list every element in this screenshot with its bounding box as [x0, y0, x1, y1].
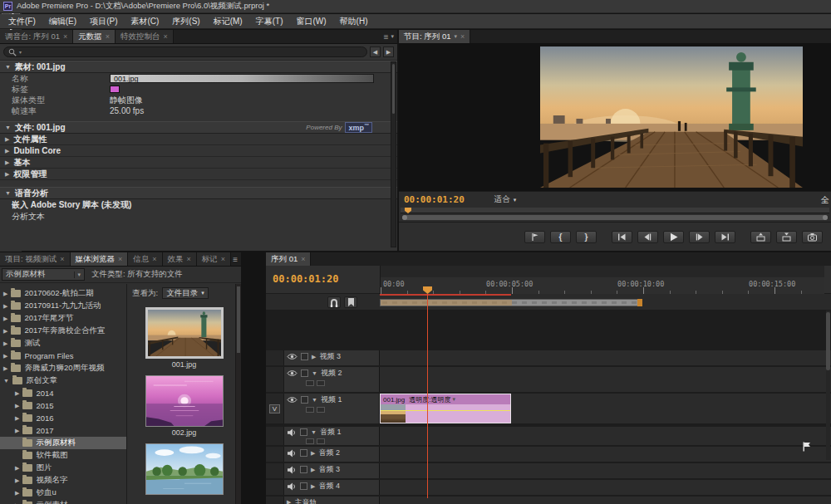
triangle-right-icon[interactable]: ▶: [3, 340, 7, 347]
triangle-down-icon[interactable]: ▼: [3, 378, 9, 384]
close-icon[interactable]: ×: [187, 255, 191, 263]
metadata-search-input[interactable]: ▾: [3, 46, 367, 57]
chevron-down-icon[interactable]: ▾: [391, 33, 394, 40]
track-lock-toggle[interactable]: [300, 466, 307, 473]
file-type-filter[interactable]: 文件类型: 所有支持的文件: [91, 269, 183, 280]
track-lock-toggle[interactable]: [300, 428, 307, 436]
track-content[interactable]: [380, 367, 831, 392]
tab[interactable]: 项目: 视频测试×: [0, 252, 71, 266]
view-as-dropdown[interactable]: 文件目录▾: [162, 287, 209, 299]
triangle-right-icon[interactable]: ▶: [3, 316, 7, 322]
triangle-right-icon[interactable]: ▶: [3, 291, 7, 297]
export-frame-button[interactable]: [802, 231, 823, 243]
track-content[interactable]: [380, 463, 831, 478]
search-next-button[interactable]: ▶: [383, 46, 394, 57]
triangle-right-icon[interactable]: ▶: [15, 490, 19, 497]
track-lock-toggle[interactable]: [301, 369, 308, 377]
track-content[interactable]: [380, 447, 831, 462]
mark-out-button[interactable]: }: [576, 231, 597, 243]
track-display-style-button[interactable]: [306, 380, 314, 386]
timeline-ruler[interactable]: 00:0000:00:05:0000:00:10:0000:00:15:00: [380, 266, 824, 294]
project-scrollbar[interactable]: [235, 284, 241, 504]
expand-track-icon[interactable]: ▶: [311, 467, 315, 473]
tree-item[interactable]: ▼原创文章: [0, 374, 126, 387]
menu-item[interactable]: 文件(F): [2, 16, 42, 27]
close-icon[interactable]: ×: [164, 32, 168, 41]
file-section-header[interactable]: ▼文件: 001.jpg Powered By xmp™: [0, 121, 397, 134]
menu-item[interactable]: 字幕(T): [249, 16, 290, 27]
set-marker-button[interactable]: [344, 296, 357, 308]
lift-button[interactable]: [750, 231, 771, 243]
toggle-track-output-icon[interactable]: [287, 353, 297, 360]
go-to-in-button[interactable]: [612, 231, 632, 243]
search-options-icon[interactable]: ▾: [19, 49, 22, 55]
step-forward-button[interactable]: [689, 231, 710, 243]
collapse-track-icon[interactable]: ▼: [311, 429, 317, 435]
timeline-clip-001[interactable]: 001.jpg 透明度:透明度▾: [380, 394, 511, 423]
tree-item[interactable]: ▶奔腾威力狮20周年视频: [0, 362, 126, 374]
tree-item[interactable]: ▶2016: [0, 412, 126, 424]
tree-item[interactable]: ▶测试: [0, 337, 126, 350]
thumbnail-item[interactable]: 001.jpg: [127, 307, 241, 369]
triangle-right-icon[interactable]: ▶: [3, 365, 7, 372]
clip-section-header[interactable]: ▼素材: 001.jpg: [0, 61, 397, 73]
work-area-bar[interactable]: [380, 299, 642, 306]
triangle-right-icon[interactable]: ▶: [15, 465, 19, 472]
speech-section-header[interactable]: ▼语音分析: [0, 187, 397, 199]
menu-item[interactable]: 序列(S): [165, 16, 206, 27]
menu-item[interactable]: 项目(P): [83, 16, 124, 27]
tab[interactable]: 标记×: [197, 252, 231, 266]
tree-item[interactable]: ▶图片: [0, 462, 126, 474]
tree-item[interactable]: ▶Program Files: [0, 350, 126, 362]
track-lock-toggle[interactable]: [300, 449, 307, 457]
tab[interactable]: 信息×: [128, 252, 162, 266]
search-prev-button[interactable]: ◀: [370, 46, 381, 57]
speaker-icon[interactable]: [287, 449, 297, 458]
group-dublin-core[interactable]: ▶Dublin Core: [0, 145, 397, 157]
toggle-track-output-icon[interactable]: [287, 396, 297, 404]
tree-item[interactable]: ▶视频名字: [0, 474, 126, 487]
tree-item[interactable]: ▶2015: [0, 399, 126, 412]
tab[interactable]: 效果×: [163, 252, 197, 266]
tab[interactable]: 元数据×: [73, 30, 116, 43]
tree-item[interactable]: ▶20170602-航拍二期: [0, 287, 126, 300]
tab[interactable]: 媒体浏览器×: [71, 252, 129, 266]
viewer-zoom-bar[interactable]: [402, 215, 828, 220]
toggle-track-output-icon[interactable]: [287, 369, 297, 377]
track-v1-content[interactable]: 001.jpg 透明度:透明度▾: [380, 394, 831, 423]
menu-item[interactable]: 窗口(W): [289, 16, 332, 27]
menu-item[interactable]: 标记(M): [207, 16, 249, 27]
tree-item[interactable]: ▶2014: [0, 387, 126, 399]
menu-item[interactable]: 帮助(H): [333, 16, 375, 27]
show-keyframes-button[interactable]: [317, 438, 325, 444]
tree-item[interactable]: ▶软件截图: [0, 449, 126, 462]
triangle-right-icon[interactable]: ▶: [3, 328, 7, 335]
track-content[interactable]: [380, 350, 831, 365]
program-mini-ruler[interactable]: [401, 208, 829, 213]
triangle-right-icon[interactable]: ▶: [15, 403, 19, 409]
play-button[interactable]: [663, 231, 684, 243]
tree-item[interactable]: ▶示例素材: [0, 499, 126, 504]
source-v-indicator[interactable]: V: [269, 404, 280, 413]
close-icon[interactable]: ×: [60, 255, 64, 263]
track-content[interactable]: [380, 480, 831, 495]
fit-dropdown[interactable]: 适合▾: [494, 194, 517, 205]
triangle-right-icon[interactable]: ▶: [15, 477, 19, 484]
menu-item[interactable]: 素材(C): [124, 16, 165, 27]
triangle-right-icon[interactable]: ▶: [3, 303, 7, 310]
program-timecode[interactable]: 00:00:01:20: [404, 194, 465, 205]
tree-item[interactable]: ▶2017年尾牙节: [0, 312, 126, 325]
thumbnail-item[interactable]: [127, 443, 241, 504]
triangle-right-icon[interactable]: ▶: [15, 390, 19, 397]
tab-program-sequence[interactable]: 节目: 序列 01▾×: [399, 30, 470, 43]
speaker-icon[interactable]: [287, 482, 297, 491]
track-lock-toggle[interactable]: [300, 482, 307, 490]
timeline-timecode[interactable]: 00:00:01:20: [273, 273, 338, 285]
group-rights[interactable]: ▶权限管理: [0, 169, 397, 180]
speaker-icon[interactable]: [287, 428, 297, 437]
thumbnail-item[interactable]: 002.jpg: [127, 375, 241, 437]
snap-toggle[interactable]: [327, 296, 341, 308]
extract-button[interactable]: [776, 231, 797, 243]
collapse-track-icon[interactable]: ▼: [312, 370, 317, 376]
track-lock-toggle[interactable]: [301, 353, 308, 360]
